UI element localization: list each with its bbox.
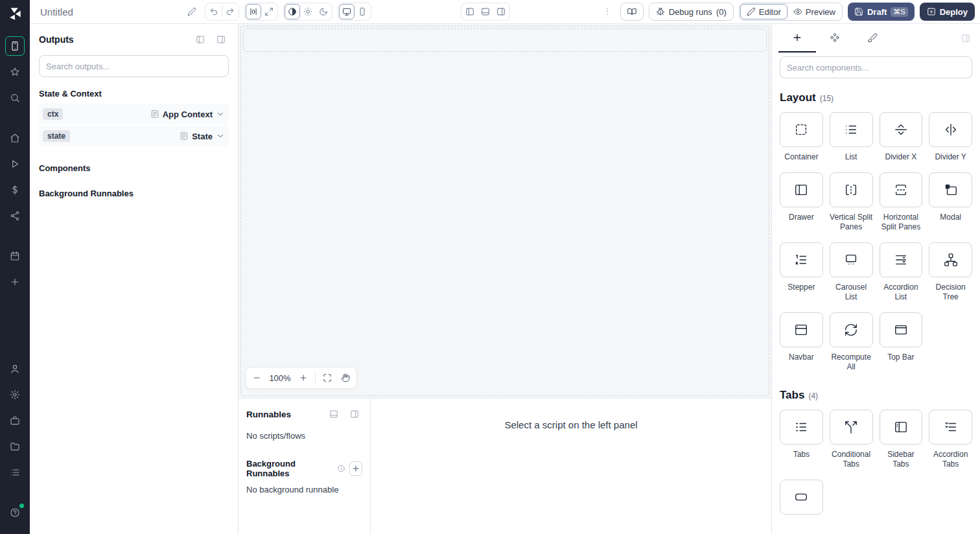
zoom-fit-button[interactable] (319, 369, 336, 386)
component-card-decision-tree[interactable] (929, 242, 972, 277)
component-card-carousel[interactable] (830, 242, 873, 277)
rail-favorites-button[interactable] (5, 62, 25, 82)
sun-icon (303, 7, 312, 16)
rail-logs-button[interactable] (5, 463, 25, 482)
expand-canvas-button[interactable] (261, 4, 277, 19)
toggle-left-panel-button[interactable] (462, 4, 478, 19)
zoom-out-button[interactable] (248, 369, 265, 386)
tab-styling[interactable] (854, 24, 891, 52)
component-card-top-bar[interactable] (880, 312, 923, 347)
component-label: Drawer (789, 213, 814, 222)
component-card-horizontal-split[interactable] (880, 172, 923, 207)
outputs-collapse-right-button[interactable] (213, 32, 229, 47)
draft-shortcut: ⌘S (891, 7, 907, 17)
toggle-bottom-panel-button[interactable] (478, 4, 493, 19)
pan-tool-button[interactable] (337, 369, 354, 386)
component-card-accordion-tabs[interactable] (929, 410, 972, 445)
outputs-title: Outputs (39, 34, 74, 45)
guides-toggle-button[interactable] (246, 4, 261, 19)
component-card-stepper[interactable] (780, 242, 823, 277)
component-card-recompute-all[interactable] (830, 312, 873, 347)
component-card-modal[interactable] (929, 172, 972, 207)
component-card-divider-x[interactable] (880, 112, 923, 147)
state-row[interactable]: state State (39, 126, 229, 146)
component-card-navbar[interactable] (780, 312, 823, 347)
component-card-sidebar-tabs[interactable] (880, 410, 923, 445)
component-cell: Drawer (780, 172, 823, 232)
component-label: Conditional Tabs (830, 450, 873, 469)
object-icon (180, 132, 189, 141)
rail-app-editor-button[interactable] (5, 36, 25, 56)
undo-button[interactable] (206, 4, 222, 19)
plus-icon (299, 373, 308, 382)
outputs-search-input[interactable] (39, 55, 229, 77)
component-card-accordion-list[interactable] (880, 242, 923, 277)
docs-button[interactable] (620, 3, 644, 21)
theme-light-button[interactable] (300, 4, 316, 19)
components-scroll-area[interactable]: Layout (15) Container List (772, 80, 980, 534)
runnables-collapse-button[interactable] (326, 406, 342, 422)
component-cell: Accordion List (880, 242, 923, 302)
component-card-list[interactable] (830, 112, 873, 147)
zoom-in-button[interactable] (295, 369, 312, 386)
mobile-app-icon (10, 41, 20, 51)
panel-right-icon (216, 35, 226, 44)
theme-auto-button[interactable] (285, 4, 300, 19)
component-cell: Tabs (780, 410, 823, 469)
theme-dark-button[interactable] (316, 4, 331, 19)
rail-workers-button[interactable] (5, 411, 25, 430)
ctx-row[interactable]: ctx App Context (39, 104, 229, 124)
mobile-view-button[interactable] (355, 4, 370, 19)
component-card-divider-y[interactable] (929, 112, 972, 147)
chevron-down-icon[interactable] (216, 132, 225, 141)
add-background-runnable-button[interactable] (349, 461, 362, 476)
component-cell: Horizontal Split Panes (880, 172, 923, 232)
toggle-right-panel-button[interactable] (493, 4, 509, 19)
rail-search-button[interactable] (5, 88, 25, 108)
layout-components-grid: Container List Divider X (780, 112, 972, 372)
collapse-components-panel-button[interactable] (958, 30, 974, 46)
zoom-toolbar: 100% (245, 367, 357, 389)
guides-icon (249, 7, 258, 16)
outputs-collapse-left-button[interactable] (192, 32, 208, 47)
component-cell: Carousel List (830, 242, 873, 302)
canvas-top-drop-zone[interactable] (243, 29, 767, 52)
component-card-conditional-tabs[interactable] (830, 410, 873, 445)
components-search-input[interactable] (780, 56, 972, 78)
rail-folders-button[interactable] (5, 437, 25, 456)
preview-tab-button[interactable]: Preview (788, 4, 841, 19)
redo-button[interactable] (222, 4, 238, 19)
tab-insert-component[interactable] (778, 24, 816, 52)
chevron-down-icon[interactable] (216, 110, 225, 119)
deploy-button[interactable]: Deploy (920, 3, 975, 21)
app-canvas[interactable]: 100% (239, 24, 771, 398)
edit-title-button[interactable] (184, 4, 200, 19)
debug-runs-button[interactable]: Debug runs (0) (649, 3, 734, 21)
rail-help-button[interactable] (5, 503, 25, 522)
rail-settings-button[interactable] (5, 385, 25, 404)
rail-user-button[interactable] (5, 359, 25, 378)
accordion-icon (894, 253, 908, 267)
home-icon (10, 133, 20, 143)
rail-schedules-button[interactable] (5, 246, 25, 266)
rail-home-button[interactable] (5, 128, 25, 148)
plus-icon (792, 32, 802, 43)
runnables-expand-button[interactable] (347, 406, 362, 422)
component-card-vertical-split[interactable] (830, 172, 873, 207)
component-card-container[interactable] (780, 112, 823, 147)
rail-resources-button[interactable] (5, 206, 25, 226)
component-card-partial[interactable] (780, 480, 823, 515)
draft-button[interactable]: Draft ⌘S (848, 3, 915, 21)
rail-more-button[interactable] (5, 272, 25, 292)
rail-variables-button[interactable] (5, 180, 25, 200)
desktop-view-button[interactable] (339, 4, 355, 19)
windmill-logo[interactable] (8, 6, 22, 21)
component-card-drawer[interactable] (780, 172, 823, 207)
rail-runs-button[interactable] (5, 154, 25, 174)
tab-component-settings[interactable] (816, 24, 854, 52)
more-options-button[interactable] (600, 4, 615, 19)
editor-tab-button[interactable]: Editor (740, 4, 788, 19)
button-icon (794, 490, 808, 504)
component-card-tabs[interactable] (780, 410, 823, 445)
components-panel: Layout (15) Container List (771, 24, 980, 534)
